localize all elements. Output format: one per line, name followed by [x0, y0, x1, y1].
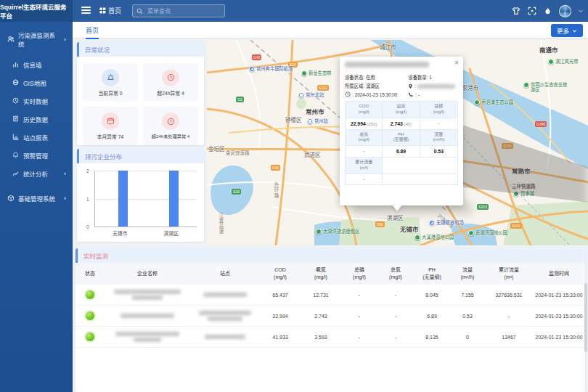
menu-toggle-icon[interactable] — [81, 7, 91, 15]
sidebar-item-statistics[interactable]: 统计分析 ∨ — [0, 164, 73, 182]
sidebar-item-label: GIS地图 — [23, 78, 67, 87]
col-name: 氨氮 — [302, 266, 340, 274]
map-poi-park[interactable]: 贡湖湾湿地公园 — [468, 230, 507, 236]
sidebar-item-alert-management[interactable]: 预警管理 — [0, 146, 73, 164]
bar-wuxi[interactable] — [118, 171, 128, 226]
sidebar-item-gis-map[interactable]: GIS地图 — [0, 73, 73, 91]
leaf-icon — [468, 230, 474, 236]
metric-unit: (mg/l) — [396, 110, 407, 114]
page-scrollbar-thumb[interactable] — [584, 283, 587, 352]
user-menu-caret-icon[interactable] — [578, 8, 584, 14]
map-poi-airport[interactable]: 无锡硕放机场 — [429, 220, 464, 226]
card-over24h-unhandled[interactable]: 超24h未处理异常 4 — [143, 107, 198, 145]
location-pin-icon — [408, 83, 413, 89]
map-city-label: 金坛区 — [208, 144, 225, 152]
card-label: 超24h异常 — [157, 91, 180, 96]
map-poi-resort[interactable]: 太湖湾旅游度假区 — [316, 229, 359, 234]
col-name: 状态 — [77, 270, 103, 277]
sidebar-section-pollution-monitoring[interactable]: 污染源监测系统 ∧ — [0, 22, 73, 55]
cod-value: 65.437 — [260, 285, 301, 306]
panel-header: 实时监测 — [75, 248, 585, 263]
chevron-up-icon: ∧ — [63, 37, 67, 41]
col-unit: (mg/l) — [379, 274, 412, 281]
flame-icon[interactable] — [543, 7, 552, 16]
route-badge: G346 — [535, 121, 547, 127]
search-input[interactable] — [146, 7, 219, 15]
ph-value: 8.045 — [414, 285, 450, 306]
tab-home[interactable]: 首页 — [86, 25, 99, 39]
map-poi-park[interactable]: 大溪港湿地公园 — [415, 234, 454, 240]
table-row[interactable]: 41.933 3.593 - - 8.135 0 13467 2024-01-2… — [75, 327, 585, 348]
map-poi-station[interactable]: 常州北站 — [298, 92, 324, 98]
nh3-value: 2.743 — [301, 306, 341, 327]
card-value: 74 — [118, 134, 124, 139]
sidebar-item-history-data[interactable]: 历史数据 — [0, 110, 73, 128]
col-name: COD — [261, 266, 299, 274]
metric-value: - — [363, 177, 364, 181]
tn-value: - — [377, 285, 414, 306]
monitor-table-header: 状态 企业名称 站点 COD(mg/l) 氨氮(mg/l) 总磷(mg/l) 总… — [75, 263, 585, 285]
sidebar-item-label: 历史数据 — [23, 115, 67, 123]
card-value: 0 — [120, 91, 123, 96]
trend-line-icon — [12, 170, 19, 176]
chevron-down-icon — [572, 28, 577, 33]
document-icon — [12, 115, 19, 122]
redacted-station-name — [199, 311, 251, 315]
bar-chart: 0 1 2 — [94, 171, 197, 227]
card-month-abnormal[interactable]: 本月异常 74 — [83, 107, 138, 145]
col-unit: (mg/l) — [261, 274, 299, 281]
fullscreen-capture-icon[interactable] — [527, 7, 536, 16]
sidebar-section-base-management[interactable]: 基础管理系统 ∨ — [0, 185, 73, 210]
calendar-icon — [102, 113, 119, 130]
menu-search[interactable] — [132, 4, 225, 17]
map-canvas[interactable]: 靖江市 南通市 张家港市 常州市 钟楼区 武进区 金坛区 常熟市 无锡市 滨湖区… — [207, 40, 588, 245]
bar-chart-icon — [12, 61, 19, 68]
table-row[interactable]: 22.994 2.743 - - 6.89 0.53 - 2024-01-23 … — [75, 306, 585, 327]
map-poi-park[interactable]: 常阴沙生态农业旅游区 — [523, 82, 568, 92]
sidebar-item-realtime-data[interactable]: 实时数据 — [0, 91, 73, 110]
map-poi-park[interactable]: 滨江风光带 — [548, 59, 578, 65]
metric-unit: (mg/l) — [358, 110, 369, 114]
sidebar-item-station-report[interactable]: 站点报表 — [0, 128, 73, 146]
sidebar-item-info-wall[interactable]: 信息墙 — [0, 55, 73, 73]
flow-value: 0.53 — [450, 306, 485, 327]
bar-binhu[interactable] — [169, 171, 179, 226]
chevron-down-icon: ∨ — [63, 196, 67, 200]
map-poi-station[interactable]: 常州站 — [307, 118, 328, 124]
metric-value: 2.743 — [391, 121, 403, 126]
panel-title: 排污企业分布 — [85, 152, 122, 160]
popup-pointer — [392, 205, 402, 211]
popup-metrics-table: COD(mg/l) 氨氮(mg/l) 总磷(mg/l) 22.994 (250)… — [345, 101, 458, 185]
leaf-icon — [523, 82, 529, 88]
plane-icon — [249, 66, 255, 72]
region-label: 所属区域: — [345, 83, 364, 89]
grid-icon — [99, 7, 106, 14]
card-over24h-abnormal[interactable]: 超24h异常 4 — [143, 63, 198, 102]
popup-phone: - — [418, 92, 420, 97]
table-row[interactable]: 65.437 12.731 - - 8.045 7.155 327636.531… — [75, 285, 585, 306]
map-poi-park[interactable]: 新龙生态林 — [301, 70, 331, 76]
theme-skin-icon[interactable] — [511, 7, 520, 16]
device-info: 设备状态: 在用 设备数量: 1 所属区域: 滨湖区 : :2024-01-23… — [345, 74, 458, 97]
total-flow-value: 327636.531 — [485, 285, 533, 306]
search-icon — [136, 8, 143, 15]
panel-header: 排污企业分布 — [77, 149, 204, 163]
map-poi-park[interactable]: 黄泗浦生态公园 — [474, 99, 513, 105]
metric-name: 累计流量 — [355, 160, 372, 164]
card-current-abnormal[interactable]: 当前异常 0 — [83, 63, 138, 102]
user-avatar[interactable] — [559, 5, 571, 17]
train-icon — [307, 118, 313, 124]
map-road-label: 江宜高速 — [217, 213, 224, 234]
device-status-value: 在用 — [366, 74, 375, 81]
breadcrumb-home[interactable]: 首页 — [99, 6, 121, 15]
popup-close-button[interactable]: × — [454, 59, 459, 67]
tp-value: - — [341, 327, 377, 348]
sidebar-item-label: 实时数据 — [23, 97, 67, 105]
map-poi-airport[interactable]: 常州奔牛国际机场 — [249, 66, 293, 72]
metric-unit: (无量纲) — [393, 137, 409, 142]
col-name: PH — [415, 266, 449, 274]
more-button[interactable]: 更多 — [551, 24, 583, 37]
more-button-label: 更多 — [557, 26, 569, 35]
flow-value: 0 — [450, 327, 485, 348]
abnormal-status-panel: 异常状况 当前异常 0 超24h异常 4 本月异常 74 — [77, 42, 204, 145]
